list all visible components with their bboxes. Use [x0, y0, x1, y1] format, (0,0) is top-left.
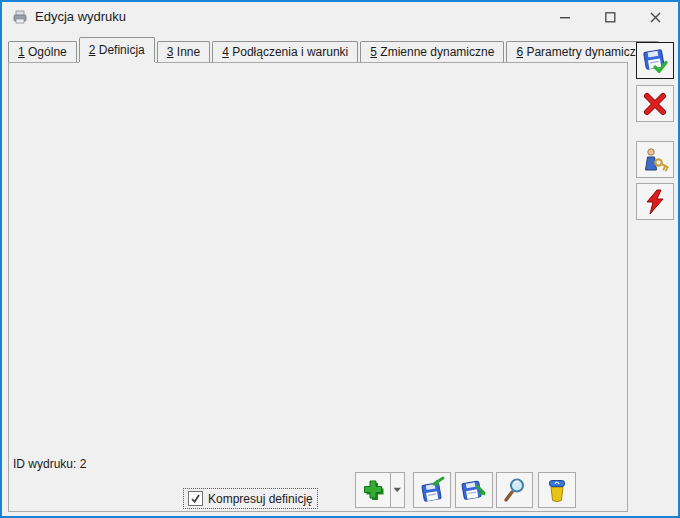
kompresuj-definicje-checkbox[interactable]: Kompresuj definicję	[183, 488, 318, 509]
magnifier-icon	[502, 477, 528, 503]
floppy-arrow-in-icon	[418, 476, 446, 504]
tab-zmienne-dynamiczne[interactable]: 5 Zmienne dynamiczne	[360, 41, 504, 62]
checkbox-box[interactable]	[188, 491, 203, 506]
plus-icon	[361, 478, 385, 502]
definicja-tab-page	[8, 62, 628, 512]
minimize-button[interactable]	[543, 2, 588, 32]
close-button[interactable]	[633, 2, 678, 32]
printer-icon	[12, 9, 28, 25]
tab-ogolne[interactable]: 1 Ogólne	[8, 41, 77, 62]
dialog-edycja-wydruku: Edycja wydruku 1 Ogólne 2 Definicja 3 In…	[0, 0, 680, 518]
id-wydruku-label: ID wydruku: 2	[13, 457, 86, 471]
caret-down-icon	[393, 487, 402, 493]
person-key-icon	[641, 146, 669, 174]
maximize-icon	[605, 12, 616, 23]
add-button[interactable]	[355, 472, 390, 508]
operator-permissions-button[interactable]	[636, 141, 674, 178]
titlebar: Edycja wydruku	[2, 2, 678, 32]
tab-inne[interactable]: 3 Inne	[157, 41, 210, 62]
checkmark-icon	[190, 493, 201, 504]
import-definition-button[interactable]	[413, 472, 451, 508]
minimize-icon	[560, 12, 571, 23]
find-button[interactable]	[496, 472, 533, 508]
tab-strip: 1 Ogólne 2 Definicja 3 Inne 4 Podłączeni…	[8, 38, 661, 62]
save-button[interactable]	[636, 42, 674, 79]
tab-podlaczenia[interactable]: 4 Podłączenia i warunki	[212, 41, 358, 62]
checkbox-label: Kompresuj definicję	[208, 492, 313, 506]
tab-definicja[interactable]: 2 Definicja	[79, 37, 155, 62]
maximize-button[interactable]	[588, 2, 633, 32]
window-title: Edycja wydruku	[35, 2, 126, 32]
trash-icon	[544, 477, 570, 503]
close-icon	[650, 12, 661, 23]
add-dropdown-button[interactable]	[390, 472, 405, 508]
export-definition-button[interactable]	[455, 472, 493, 508]
run-button[interactable]	[636, 183, 674, 220]
lightning-icon	[643, 189, 667, 215]
red-x-icon	[642, 91, 668, 117]
save-floppy-check-icon	[641, 47, 669, 75]
delete-button[interactable]	[538, 472, 576, 508]
cancel-button[interactable]	[636, 85, 674, 122]
floppy-arrow-out-icon	[460, 476, 488, 504]
